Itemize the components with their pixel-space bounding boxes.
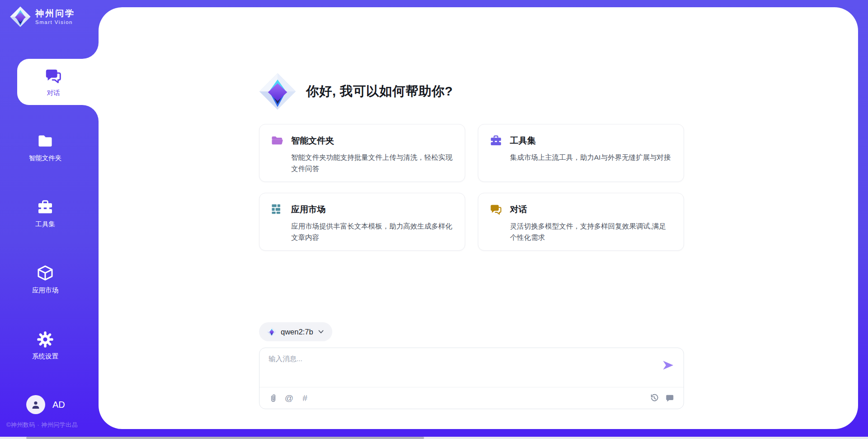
sidebar-item-chat[interactable]: 对话	[17, 59, 99, 105]
composer-toolbar: @ #	[269, 387, 675, 409]
sidebar: 神州问学 Smart Vision 对话 智能文件夹 工具集 应用市场 系统设置…	[0, 0, 99, 439]
user-initials: AD	[52, 400, 65, 410]
card-app-market[interactable]: 应用市场 应用市场提供丰富长文本模板，助力高效生成多样化文章内容	[259, 193, 465, 251]
brand-name: 神州问学	[35, 9, 75, 19]
brand-diamond-icon	[10, 6, 31, 27]
horizontal-scrollbar-track	[0, 437, 868, 439]
sidebar-item-label: 应用市场	[32, 286, 58, 295]
avatar	[26, 395, 45, 414]
card-toolset[interactable]: 工具集 集成市场上主流工具，助力AI与外界无缝扩展与对接	[478, 124, 684, 182]
chat-icon	[44, 67, 63, 86]
main-panel: 你好, 我可以如何帮助你? 智能文件夹 智能文件夹功能支持批量文件上传与清洗，轻…	[99, 7, 858, 429]
user-avatar-button[interactable]: AD	[26, 395, 65, 414]
toolbox-icon	[36, 198, 54, 216]
card-title: 应用市场	[291, 204, 326, 215]
history-icon[interactable]	[650, 393, 659, 403]
attachment-icon[interactable]	[269, 393, 278, 403]
message-input[interactable]	[269, 354, 657, 383]
horizontal-scrollbar-thumb[interactable]	[26, 437, 424, 439]
greeting-title: 你好, 我可以如何帮助你?	[306, 83, 453, 100]
brand-logo: 神州问学 Smart Vision	[10, 6, 75, 27]
chat-icon	[489, 203, 503, 216]
model-diamond-icon	[267, 327, 276, 336]
mention-icon[interactable]: @	[284, 393, 294, 403]
card-description: 灵活切换多模型文件，支持多样回复效果调试,满足个性化需求	[510, 220, 673, 243]
card-chat[interactable]: 对话 灵活切换多模型文件，支持多样回复效果调试,满足个性化需求	[478, 193, 684, 251]
feature-cards: 智能文件夹 智能文件夹功能支持批量文件上传与清洗，轻松实现文件问答 工具集 集成…	[259, 124, 684, 251]
model-name: qwen2:7b	[281, 328, 313, 336]
greeting: 你好, 我可以如何帮助你?	[259, 72, 684, 110]
toolbox-icon	[489, 134, 503, 148]
cube-icon	[36, 264, 54, 282]
sidebar-item-settings[interactable]: 系统设置	[0, 330, 90, 361]
sidebar-item-label: 工具集	[35, 220, 55, 229]
model-selector[interactable]: qwen2:7b	[259, 322, 332, 341]
message-composer: @ #	[259, 348, 684, 409]
card-title: 工具集	[510, 135, 536, 147]
greeting-diamond-icon	[259, 73, 296, 110]
app-grid-icon	[270, 203, 284, 216]
gear-icon	[36, 330, 54, 348]
person-icon	[30, 399, 41, 410]
card-smart-folder[interactable]: 智能文件夹 智能文件夹功能支持批量文件上传与清洗，轻松实现文件问答	[259, 124, 465, 182]
send-icon[interactable]	[662, 359, 675, 372]
card-description: 集成市场上主流工具，助力AI与外界无缝扩展与对接	[510, 152, 673, 163]
brand-subtitle: Smart Vision	[35, 19, 75, 25]
card-description: 应用市场提供丰富长文本模板，助力高效生成多样化文章内容	[291, 220, 454, 243]
hashtag-icon[interactable]: #	[300, 393, 310, 403]
folder-icon	[36, 132, 54, 150]
sidebar-item-label: 系统设置	[32, 352, 58, 361]
footer-note: ©神州数码 · 神州问学出品	[6, 421, 78, 429]
sidebar-item-app-market[interactable]: 应用市场	[0, 264, 90, 295]
folder-open-icon	[270, 134, 284, 148]
chevron-down-icon	[318, 329, 324, 335]
feedback-bubble-icon[interactable]	[665, 393, 675, 403]
sidebar-item-label: 智能文件夹	[29, 154, 62, 162]
card-title: 对话	[510, 204, 527, 215]
card-description: 智能文件夹功能支持批量文件上传与清洗，轻松实现文件问答	[291, 152, 454, 174]
sidebar-item-smart-folder[interactable]: 智能文件夹	[0, 132, 90, 162]
card-title: 智能文件夹	[291, 135, 334, 147]
sidebar-item-toolset[interactable]: 工具集	[0, 198, 90, 229]
sidebar-item-label: 对话	[47, 89, 60, 97]
